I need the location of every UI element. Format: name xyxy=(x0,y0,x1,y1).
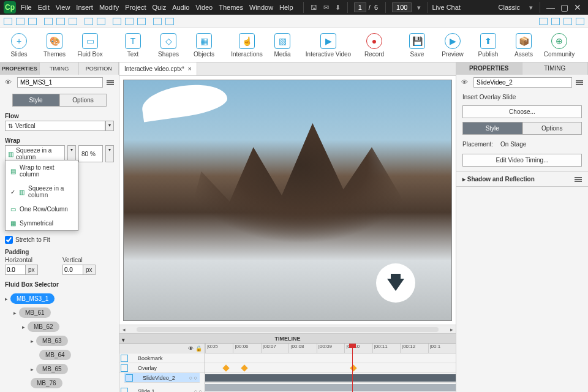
object-name-input[interactable] xyxy=(17,77,103,88)
close-button[interactable]: ✕ xyxy=(571,2,584,12)
track-slidevideo[interactable] xyxy=(205,373,456,383)
layer-forward-icon[interactable] xyxy=(576,18,584,25)
style-tab-right[interactable]: Style xyxy=(462,122,522,135)
menu-file[interactable]: File xyxy=(21,4,32,11)
keyframe-icon[interactable] xyxy=(241,364,247,371)
menu-help[interactable]: Help xyxy=(279,4,293,11)
expand-icon[interactable]: ▸ xyxy=(13,310,17,316)
options-tab-right[interactable]: Options xyxy=(522,122,582,135)
layer-slide1[interactable]: Slide 1 xyxy=(128,388,192,393)
save-button[interactable]: 💾Save xyxy=(403,33,431,58)
mail-icon[interactable]: ✉ xyxy=(323,4,329,12)
menu-edit[interactable]: Edit xyxy=(38,4,50,11)
tree-node[interactable]: MB_64 xyxy=(39,350,71,360)
shadow-reflection-accordion[interactable]: ▸ Shadow and Reflection xyxy=(456,172,588,187)
expand-icon[interactable]: ▸ xyxy=(22,324,25,330)
align-left-icon[interactable] xyxy=(4,18,12,25)
tree-node[interactable]: MB_62 xyxy=(28,322,59,332)
fluidbox-button[interactable]: ▭Fluid Box xyxy=(76,33,104,58)
tree-node[interactable]: MB_61 xyxy=(19,307,51,318)
eye-icon[interactable]: 👁 xyxy=(461,78,470,87)
text-button[interactable]: TText xyxy=(119,33,147,58)
track-overlay[interactable] xyxy=(205,363,456,373)
wrap-option-symmetrical[interactable]: ▦Symmetrical xyxy=(6,216,78,230)
pad-v-input[interactable] xyxy=(62,265,83,275)
layer-front-icon[interactable] xyxy=(551,18,560,25)
assets-button[interactable]: 📦Assets xyxy=(510,33,538,58)
align-top-icon[interactable] xyxy=(44,18,53,25)
menu-video[interactable]: Video xyxy=(195,4,213,11)
maximize-button[interactable]: ▢ xyxy=(557,2,571,12)
workspace-selector[interactable]: Classic xyxy=(499,4,520,11)
tree-node-root[interactable]: MB_MS3_1 xyxy=(10,293,55,304)
style-tab[interactable]: Style xyxy=(12,94,59,107)
match-size-icon[interactable] xyxy=(137,18,146,25)
expand-icon[interactable]: ▸ xyxy=(31,366,34,372)
collapse-icon[interactable]: ▾ xyxy=(122,335,125,345)
menu-modify[interactable]: Modify xyxy=(99,4,119,11)
track-slide1[interactable] xyxy=(205,383,456,392)
options-menu-icon[interactable] xyxy=(107,80,114,85)
layer-backward-icon[interactable] xyxy=(564,18,572,25)
themes-button[interactable]: 🎨Themes xyxy=(40,33,69,58)
layer-bookmark[interactable]: Bookmark xyxy=(128,355,205,361)
pad-v-unit[interactable]: px xyxy=(83,265,96,275)
expand-icon[interactable]: ▸ xyxy=(5,296,8,302)
minimize-button[interactable]: — xyxy=(544,2,557,12)
flow-select[interactable]: ⇅Vertical xyxy=(5,121,105,131)
slides-button[interactable]: +Slides xyxy=(5,33,33,58)
community-button[interactable]: ⊕Community xyxy=(545,33,573,58)
flow-dropdown-icon[interactable]: ▾ xyxy=(105,121,114,131)
chevron-down-icon[interactable]: ▾ xyxy=(529,4,533,12)
expand-icon[interactable]: ▸ xyxy=(31,338,34,344)
pad-h-unit[interactable]: px xyxy=(26,265,38,275)
align-middle-icon[interactable] xyxy=(56,18,65,25)
tab-properties-right[interactable]: PROPERTIES xyxy=(456,62,522,75)
tree-node[interactable]: MB_76 xyxy=(31,378,62,388)
menu-window[interactable]: Window xyxy=(249,4,273,11)
tab-position[interactable]: POSITION xyxy=(79,62,119,75)
match-width-icon[interactable] xyxy=(113,18,121,25)
align-center-icon[interactable] xyxy=(16,18,24,25)
preview-button[interactable]: ▶Preview xyxy=(439,33,467,58)
menu-insert[interactable]: Insert xyxy=(76,4,93,11)
tree-node[interactable]: MB_65 xyxy=(36,364,68,374)
objects-button[interactable]: ▦Objects xyxy=(190,33,218,58)
close-tab-icon[interactable]: × xyxy=(188,66,192,72)
align-bottom-icon[interactable] xyxy=(69,18,77,25)
align-right-icon[interactable] xyxy=(28,18,37,25)
wrap-option-squeeze[interactable]: ✓▥Squeeze in a column xyxy=(6,181,78,202)
tab-properties[interactable]: PROPERTIES xyxy=(0,62,40,75)
record-button[interactable]: ●Record xyxy=(360,33,388,58)
menu-project[interactable]: Project xyxy=(125,4,146,11)
object-name-input-right[interactable] xyxy=(473,77,572,88)
slide-canvas[interactable] xyxy=(123,80,452,321)
interactions-button[interactable]: ☝Interactions xyxy=(233,33,261,58)
wrap-percent[interactable]: 80 % xyxy=(78,145,103,162)
group-icon[interactable] xyxy=(153,18,162,25)
keyframe-icon[interactable] xyxy=(222,364,229,371)
distribute-h-icon[interactable] xyxy=(85,18,93,25)
interactive-video-button[interactable]: ▶Interactive Video xyxy=(304,33,353,58)
timeline-tracks[interactable]: |0:05|00:06|00:07|00:08|00:09|00:10|00:1… xyxy=(205,344,456,392)
options-menu-icon[interactable] xyxy=(576,80,583,85)
download-overlay-icon[interactable] xyxy=(376,263,415,303)
wrap-option-one-row[interactable]: ▭One Row/Column xyxy=(6,202,78,216)
chevron-down-icon[interactable]: ▾ xyxy=(417,4,421,12)
scroll-left-icon[interactable]: ◂ xyxy=(119,326,128,333)
download-icon[interactable]: ⬇ xyxy=(335,4,341,12)
ungroup-icon[interactable] xyxy=(165,18,174,25)
options-tab[interactable]: Options xyxy=(59,94,107,107)
wrap-pct-dropdown-icon[interactable]: ▾ xyxy=(105,145,114,162)
layer-overlay[interactable]: Overlay xyxy=(128,365,205,371)
timeline-header[interactable]: ▾TIMELINE xyxy=(119,334,456,344)
live-chat-link[interactable]: Live Chat xyxy=(432,4,460,11)
tab-timing-right[interactable]: TIMING xyxy=(522,62,589,75)
choose-button[interactable]: Choose... xyxy=(462,105,582,118)
scroll-right-icon[interactable]: ▸ xyxy=(447,326,456,333)
menu-audio[interactable]: Audio xyxy=(172,4,189,11)
wrap-option-next-column[interactable]: ▤Wrap to next column xyxy=(6,160,78,181)
lock-icon[interactable]: 🔒 xyxy=(195,345,202,352)
tab-timing[interactable]: TIMING xyxy=(40,62,80,75)
media-button[interactable]: ▧Media xyxy=(268,33,296,58)
